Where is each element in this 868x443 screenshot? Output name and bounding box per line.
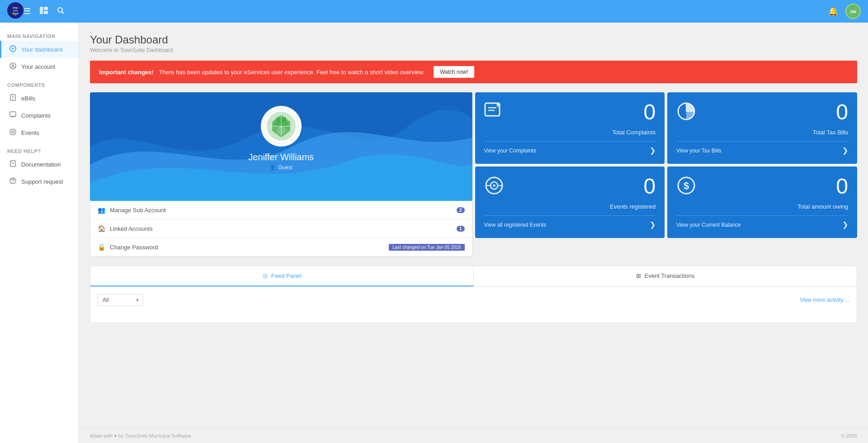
- linked-accounts-badge: 1: [457, 226, 465, 232]
- sidebar-toggle-icon[interactable]: [40, 6, 48, 17]
- sidebar-item-your-account[interactable]: Your account: [0, 58, 79, 75]
- main-nav-label: Main Navigation: [0, 30, 79, 41]
- stat-card-events-registered[interactable]: 0 Events registered View all registered …: [475, 167, 665, 238]
- tab-event-transactions[interactable]: ⊞ Event Transactions: [474, 266, 857, 286]
- app-footer: Made with ♥ by TownSuite Municipal Softw…: [79, 428, 868, 443]
- complaints-value: 0: [644, 101, 656, 123]
- complaints-card-icon: [484, 101, 504, 125]
- sidebar-item-ebills[interactable]: eBills: [0, 90, 79, 107]
- top-nav-right: 🔔 JW: [828, 4, 861, 19]
- tax-bills-card-icon: [676, 101, 696, 125]
- user-avatar[interactable]: JW: [845, 4, 861, 19]
- profile-content: Jeniffer Williams 👤 Guest: [90, 92, 472, 180]
- sidebar-item-complaints[interactable]: Complaints: [0, 107, 79, 124]
- watch-now-button[interactable]: Watch now!: [434, 66, 474, 78]
- manage-sub-account-row[interactable]: 👥 Manage Sub Account 2: [90, 201, 472, 219]
- sidebar-item-documentation[interactable]: Documentation: [0, 156, 79, 173]
- sidebar-item-your-dashboard[interactable]: Your dashboard: [0, 41, 79, 58]
- app-body: Main Navigation Your dashboard Your acco…: [0, 23, 868, 443]
- linked-accounts-icon: 🏠: [98, 225, 105, 232]
- sidebar-item-events[interactable]: Events: [0, 124, 79, 141]
- svg-rect-7: [44, 7, 48, 10]
- change-password-icon: 🔒: [98, 243, 105, 251]
- svg-line-10: [62, 12, 64, 14]
- alert-bold-text: Important changes!: [99, 69, 154, 76]
- sidebar-item-support[interactable]: Support request: [0, 173, 79, 190]
- main-content: Your Dashboard Welcome to TownSuite Dash…: [79, 23, 868, 443]
- account-icon: [9, 62, 17, 71]
- svg-point-23: [12, 131, 14, 133]
- svg-rect-6: [40, 7, 43, 14]
- tax-bills-link-arrow: ❯: [842, 146, 848, 155]
- tax-bills-card-top: 0: [676, 101, 848, 125]
- ebills-icon: [9, 94, 17, 102]
- notification-bell[interactable]: 🔔: [828, 6, 838, 16]
- stat-card-total-complaints[interactable]: 0 Total Complaints View your Complaints …: [475, 92, 665, 164]
- change-password-row[interactable]: 🔒 Change Password Last changed on Tue Ja…: [90, 238, 472, 256]
- amount-owing-link-text: View your Current Balance: [676, 222, 741, 228]
- change-password-label: Change Password: [110, 244, 158, 251]
- complaints-link-text: View your Complaints: [484, 148, 537, 154]
- top-navigation: Any town ☰ 🔔 JW: [0, 0, 868, 23]
- stat-card-total-tax-bills[interactable]: 0 Total Tax Bills View your Tax Bills ❯: [667, 92, 857, 164]
- svg-point-16: [12, 64, 14, 66]
- page-header: Your Dashboard Welcome to TownSuite Dash…: [90, 33, 857, 53]
- stats-grid: 0 Total Complaints View your Complaints …: [475, 92, 858, 238]
- page-title: Your Dashboard: [90, 33, 857, 46]
- complaints-link[interactable]: View your Complaints ❯: [484, 141, 656, 155]
- tax-bills-link[interactable]: View your Tax Bills ❯: [676, 141, 848, 155]
- documentation-icon: [9, 160, 17, 168]
- events-card-top: 0: [484, 176, 656, 200]
- svg-point-46: [493, 185, 495, 187]
- svg-rect-21: [10, 112, 16, 116]
- profile-card: Jeniffer Williams 👤 Guest: [90, 92, 472, 201]
- stats-section: 0 Total Complaints View your Complaints …: [475, 92, 858, 257]
- alert-message: There has been updates to your eServices…: [159, 69, 425, 76]
- profile-actions: 👥 Manage Sub Account 2 🏠 Linked Accounts…: [90, 201, 472, 257]
- events-link[interactable]: View all registered Events ❯: [484, 215, 656, 229]
- events-value: 0: [644, 176, 656, 197]
- tax-bills-link-text: View your Tax Bills: [676, 148, 722, 154]
- profile-role: 👤 Guest: [269, 164, 292, 171]
- hamburger-icon[interactable]: ☰: [24, 6, 31, 16]
- sidebar-ebills-label: eBills: [21, 95, 35, 102]
- support-icon: [9, 177, 17, 186]
- view-more-link[interactable]: View more activity ...: [800, 297, 849, 303]
- amount-owing-value: 0: [836, 176, 848, 197]
- panel-body: All Events Bills Complaints ▼ View more …: [90, 287, 857, 323]
- svg-text:town: town: [13, 9, 18, 12]
- manage-sub-account-label: Manage Sub Account: [110, 207, 166, 214]
- events-card-icon: [484, 176, 504, 200]
- svg-text:$: $: [684, 180, 689, 191]
- footer-right-text: © 2016: [841, 433, 857, 438]
- events-label: Events registered: [484, 203, 656, 210]
- manage-sub-account-icon: 👥: [98, 206, 105, 214]
- profile-section: Jeniffer Williams 👤 Guest 👥 Manage Sub A…: [90, 92, 472, 257]
- sidebar-events-label: Events: [21, 129, 39, 136]
- feed-panel-label: Feed Panel: [271, 272, 302, 279]
- stat-card-total-amount-owing[interactable]: $ 0 Total amount owing View your Current…: [667, 167, 857, 238]
- sidebar-documentation-label: Documentation: [21, 161, 61, 168]
- search-icon[interactable]: [57, 7, 64, 16]
- footer-left-text: Made with ♥ by TownSuite Municipal Softw…: [90, 433, 191, 438]
- tax-bills-label: Total Tax Bills: [676, 129, 848, 136]
- linked-accounts-label: Linked Accounts: [110, 225, 153, 232]
- complaints-link-arrow: ❯: [650, 146, 656, 155]
- manage-sub-account-badge: 2: [457, 207, 465, 213]
- complaints-icon: [9, 111, 17, 119]
- amount-owing-link[interactable]: View your Current Balance ❯: [676, 215, 848, 229]
- complaints-card-top: 0: [484, 101, 656, 125]
- tab-feed-panel[interactable]: ◎ Feed Panel: [90, 266, 474, 286]
- filter-select[interactable]: All Events Bills Complaints: [98, 294, 143, 306]
- sidebar-account-label: Your account: [21, 63, 55, 70]
- help-label: Need help?: [0, 145, 79, 156]
- sidebar-dashboard-label: Your dashboard: [21, 46, 62, 53]
- linked-accounts-row[interactable]: 🏠 Linked Accounts 1: [90, 219, 472, 238]
- logo[interactable]: Any town: [7, 2, 24, 20]
- top-nav-icons: ☰: [24, 6, 64, 17]
- complaints-label: Total Complaints: [484, 129, 656, 136]
- amount-owing-card-icon: $: [676, 176, 696, 200]
- svg-point-28: [12, 182, 13, 183]
- filter-select-wrapper: All Events Bills Complaints ▼: [98, 294, 143, 306]
- profile-name: Jeniffer Williams: [248, 152, 314, 162]
